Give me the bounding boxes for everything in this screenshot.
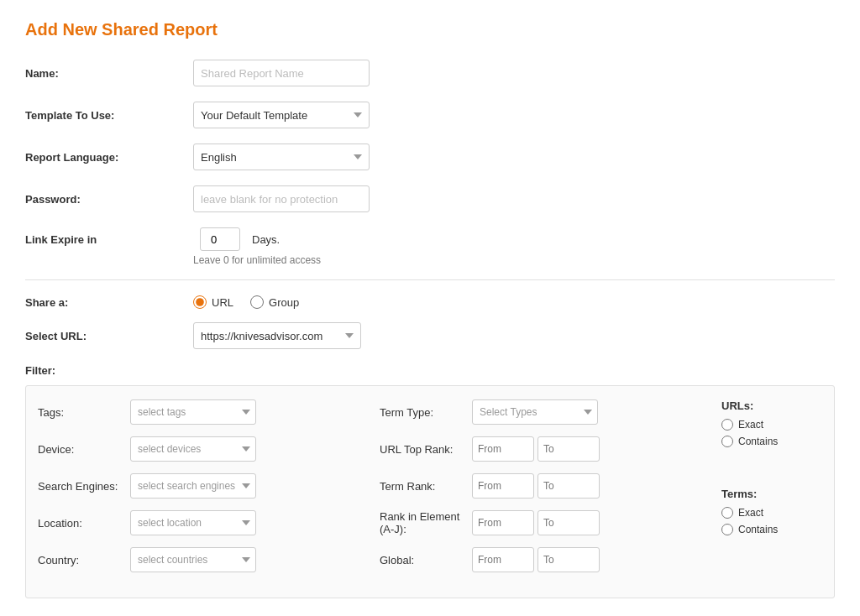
term-type-select[interactable]: Select Types (472, 399, 598, 425)
search-engines-label: Search Engines: (38, 480, 130, 493)
urls-contains-option[interactable]: Contains (721, 436, 822, 447)
tags-row: Tags: select tags (38, 399, 363, 425)
urls-exact-label: Exact (738, 419, 763, 431)
template-row: Template To Use: Your Default Template (25, 102, 835, 128)
filter-right-col: Term Type: Select Types URL Top Rank: Te… (380, 399, 705, 584)
global-to[interactable] (538, 547, 600, 572)
urls-section: URLs: Exact Contains (721, 399, 822, 447)
radio-url-option[interactable]: URL (193, 295, 233, 309)
global-from-to (472, 547, 600, 572)
location-row: Location: select location (38, 510, 363, 535)
password-input[interactable] (193, 185, 370, 212)
radio-url-input[interactable] (193, 295, 207, 309)
global-label: Global: (380, 554, 472, 566)
term-rank-from-to (472, 473, 600, 499)
select-url-row: Select URL: https://knivesadvisor.com (25, 322, 835, 349)
page-title: Add New Shared Report (25, 20, 835, 39)
filter-label: Filter: (25, 364, 835, 377)
term-type-row: Term Type: Select Types (380, 399, 705, 425)
tags-label: Tags: (38, 406, 130, 419)
filter-left-col: Tags: select tags Device: select devices… (38, 399, 363, 584)
terms-contains-label: Contains (738, 524, 778, 535)
urls-exact-radio[interactable] (721, 419, 733, 431)
share-type-radio-group: URL Group (193, 295, 299, 309)
device-row: Device: select devices (38, 436, 363, 462)
device-label: Device: (38, 443, 130, 456)
share-a-row: Share a: URL Group (25, 295, 835, 309)
country-label: Country: (38, 554, 130, 566)
url-top-rank-from[interactable] (472, 436, 534, 462)
search-engines-row: Search Engines: select search engines (38, 473, 363, 499)
terms-title: Terms: (721, 488, 822, 500)
language-select[interactable]: English (193, 144, 370, 170)
language-label: Report Language: (25, 151, 193, 164)
filter-urls-terms-col: URLs: Exact Contains Terms: Exact (721, 399, 822, 584)
url-top-rank-to[interactable] (538, 436, 600, 462)
tags-select[interactable]: select tags (130, 399, 256, 425)
radio-group-input[interactable] (250, 295, 264, 309)
name-input[interactable] (193, 60, 370, 86)
rank-element-to[interactable] (538, 510, 600, 535)
terms-exact-option[interactable]: Exact (721, 507, 822, 519)
name-row: Name: (25, 60, 835, 86)
urls-contains-label: Contains (738, 436, 778, 447)
terms-contains-radio[interactable] (721, 524, 733, 535)
global-row: Global: (380, 547, 705, 572)
term-rank-to[interactable] (538, 473, 600, 499)
rank-element-from-to (472, 510, 600, 535)
url-top-rank-label: URL Top Rank: (380, 443, 472, 456)
language-row: Report Language: English (25, 144, 835, 170)
search-engines-select[interactable]: select search engines (130, 473, 256, 499)
term-type-label: Term Type: (380, 406, 472, 419)
term-rank-label: Term Rank: (380, 480, 472, 493)
device-select[interactable]: select devices (130, 436, 256, 462)
location-select[interactable]: select location (130, 510, 256, 535)
link-expire-row: Link Expire in Days. (25, 227, 835, 251)
share-a-label: Share a: (25, 296, 193, 309)
link-expire-input[interactable] (200, 227, 240, 251)
url-top-rank-row: URL Top Rank: (380, 436, 705, 462)
password-label: Password: (25, 193, 193, 206)
country-select[interactable]: select countries (130, 547, 256, 572)
terms-section: Terms: Exact Contains (721, 488, 822, 535)
password-row: Password: (25, 185, 835, 212)
rank-element-label: Rank in Element (A-J): (380, 510, 472, 535)
radio-url-label: URL (212, 296, 233, 309)
urls-title: URLs: (721, 399, 822, 412)
filter-inner: Tags: select tags Device: select devices… (38, 399, 822, 584)
link-expire-hint: Leave 0 for unlimited access (193, 254, 835, 266)
select-url-dropdown[interactable]: https://knivesadvisor.com (193, 322, 361, 349)
name-label: Name: (25, 67, 193, 80)
filter-box: Tags: select tags Device: select devices… (25, 385, 835, 598)
radio-group-option[interactable]: Group (250, 295, 299, 309)
link-expire-suffix: Days. (252, 233, 280, 246)
urls-contains-radio[interactable] (721, 436, 733, 447)
rank-element-from[interactable] (472, 510, 534, 535)
section-divider (25, 279, 835, 280)
radio-group-label: Group (269, 296, 299, 309)
urls-exact-option[interactable]: Exact (721, 419, 822, 431)
link-expire-label: Link Expire in (25, 233, 193, 246)
global-from[interactable] (472, 547, 534, 572)
template-select[interactable]: Your Default Template (193, 102, 370, 128)
rank-element-row: Rank in Element (A-J): (380, 510, 705, 535)
terms-exact-radio[interactable] (721, 507, 733, 519)
country-row: Country: select countries (38, 547, 363, 572)
select-url-label: Select URL: (25, 330, 193, 342)
location-label: Location: (38, 517, 130, 530)
term-rank-row: Term Rank: (380, 473, 705, 499)
term-rank-from[interactable] (472, 473, 534, 499)
url-top-rank-from-to (472, 436, 600, 462)
terms-exact-label: Exact (738, 507, 763, 519)
template-label: Template To Use: (25, 109, 193, 122)
terms-contains-option[interactable]: Contains (721, 524, 822, 535)
